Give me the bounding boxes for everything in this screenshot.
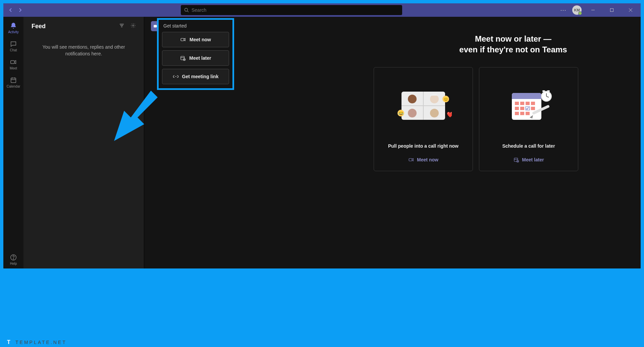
rail-item-meet[interactable]: Meet xyxy=(3,55,23,73)
video-icon xyxy=(180,37,186,43)
rail-item-chat[interactable]: Chat xyxy=(3,37,23,55)
rail-item-label: Help xyxy=(10,262,17,265)
svg-rect-41 xyxy=(515,102,519,105)
svg-text:😊: 😊 xyxy=(443,97,448,102)
rail-item-help[interactable]: Help xyxy=(3,250,23,268)
bell-icon xyxy=(10,22,17,30)
calendar-add-icon xyxy=(180,55,186,61)
svg-rect-42 xyxy=(520,102,524,105)
search-input[interactable] xyxy=(192,7,399,13)
forward-button[interactable] xyxy=(15,5,25,15)
minimize-button[interactable] xyxy=(586,5,600,15)
more-options-button[interactable]: ⋯ xyxy=(558,6,568,14)
svg-marker-24 xyxy=(114,91,158,141)
search-icon xyxy=(184,8,189,12)
filter-icon xyxy=(119,23,124,28)
hero-line1: Meet now or later — xyxy=(475,34,551,43)
svg-text:😂: 😂 xyxy=(398,111,404,116)
svg-rect-47 xyxy=(531,107,535,110)
svg-point-30 xyxy=(408,109,417,117)
svg-rect-50 xyxy=(526,112,530,115)
calendar-add-icon xyxy=(513,157,519,163)
svg-point-28 xyxy=(408,95,417,103)
svg-rect-56 xyxy=(542,90,545,92)
link-icon xyxy=(173,73,179,80)
button-label: Get meeting link xyxy=(182,74,219,79)
rail-item-label: Meet xyxy=(10,66,17,70)
settings-button[interactable] xyxy=(130,23,136,30)
svg-point-29 xyxy=(430,95,439,103)
button-label: Meet now xyxy=(190,37,211,42)
get-started-panel: Get started Meet now Meet later Get meet… xyxy=(157,18,234,90)
back-button[interactable] xyxy=(6,5,15,15)
svg-point-12 xyxy=(13,258,13,259)
svg-rect-7 xyxy=(11,78,16,83)
rail-item-calendar[interactable]: Calendar xyxy=(3,73,23,91)
meet-now-button[interactable]: Meet now xyxy=(162,32,229,47)
svg-rect-57 xyxy=(547,90,550,92)
card-meet-now-action[interactable]: Meet now xyxy=(408,157,438,163)
action-label: Meet later xyxy=(522,157,544,162)
card-meet-now: 😊 😂 ❤️ Pull people into a call right now… xyxy=(374,67,473,171)
illustration-people: 😊 😂 ❤️ xyxy=(395,76,452,135)
close-button[interactable] xyxy=(623,5,638,15)
get-meeting-link-button[interactable]: Get meeting link xyxy=(162,69,229,84)
titlebar: ⋯ KM xyxy=(3,3,641,17)
hero-text: Meet now or later — even if they're not … xyxy=(413,34,614,55)
svg-point-31 xyxy=(430,109,439,117)
help-icon xyxy=(10,254,17,261)
rail-item-activity[interactable]: Activity xyxy=(3,19,23,37)
card-meet-later: Schedule a call for later Meet later xyxy=(479,67,578,171)
svg-rect-48 xyxy=(515,112,519,115)
card-caption: Pull people into a call right now xyxy=(388,143,459,149)
svg-rect-18 xyxy=(181,38,184,41)
titlebar-right: ⋯ KM xyxy=(558,5,638,15)
annotation-arrow xyxy=(101,84,161,144)
svg-point-16 xyxy=(132,25,134,26)
svg-text:❤️: ❤️ xyxy=(447,111,452,118)
watermark-text: TEMPLATE.NET xyxy=(15,340,67,345)
hero-line2: even if they're not on Teams xyxy=(459,45,567,54)
svg-rect-45 xyxy=(515,107,519,110)
svg-rect-49 xyxy=(520,112,524,115)
avatar[interactable]: KM xyxy=(572,5,582,15)
svg-point-0 xyxy=(185,8,188,11)
action-label: Meet now xyxy=(417,157,438,162)
filter-button[interactable] xyxy=(119,23,124,30)
cards-row: 😊 😂 ❤️ Pull people into a call right now… xyxy=(374,67,578,171)
app-rail: Activity Chat Meet Calendar Help xyxy=(3,17,23,268)
watermark-badge: T xyxy=(5,338,13,346)
svg-rect-17 xyxy=(154,25,157,28)
chat-icon xyxy=(10,40,17,48)
calendar-icon xyxy=(10,77,17,84)
rail-item-label: Calendar xyxy=(7,85,20,88)
search-wrap xyxy=(25,5,558,15)
svg-rect-3 xyxy=(610,9,613,12)
svg-rect-37 xyxy=(409,158,412,161)
rail-item-label: Activity xyxy=(8,30,19,34)
svg-line-1 xyxy=(187,11,189,12)
get-started-title: Get started xyxy=(163,23,229,29)
body-area: Activity Chat Meet Calendar Help xyxy=(3,17,641,268)
search-box[interactable] xyxy=(181,5,402,15)
svg-rect-40 xyxy=(512,98,541,99)
card-meet-later-action[interactable]: Meet later xyxy=(513,157,544,163)
illustration-calendar xyxy=(500,76,557,135)
main-area: Meet Get started Meet now Meet later Get… xyxy=(144,17,641,268)
svg-rect-46 xyxy=(520,107,524,110)
feed-empty-text: You will see mentions, replies and other… xyxy=(23,36,144,65)
svg-rect-43 xyxy=(526,102,530,105)
meet-later-button[interactable]: Meet later xyxy=(162,50,229,66)
app-window: ⋯ KM Activity Chat xyxy=(3,3,641,268)
gear-icon xyxy=(130,23,136,28)
feed-title: Feed xyxy=(32,23,46,30)
card-caption: Schedule a call for later xyxy=(502,143,555,149)
svg-rect-6 xyxy=(11,60,14,63)
watermark: T TEMPLATE.NET xyxy=(5,338,67,346)
button-label: Meet later xyxy=(189,55,211,61)
video-icon xyxy=(10,58,17,66)
video-icon xyxy=(408,157,414,163)
svg-rect-44 xyxy=(531,102,535,105)
maximize-button[interactable] xyxy=(604,5,619,15)
rail-item-label: Chat xyxy=(10,48,17,52)
